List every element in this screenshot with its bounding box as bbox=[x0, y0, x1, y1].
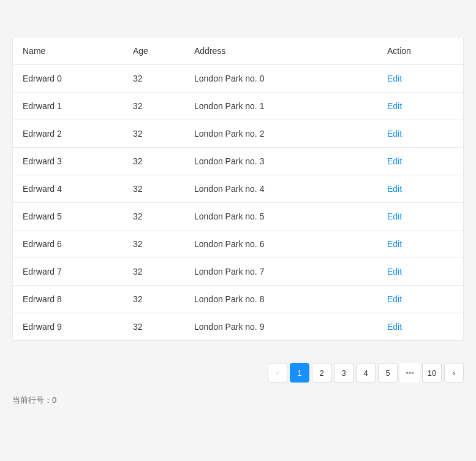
cell-name-6: Edrward 6 bbox=[13, 230, 123, 258]
edit-link-0[interactable]: Edit bbox=[387, 74, 402, 83]
cell-action-5: Edit bbox=[377, 203, 463, 230]
cell-action-8: Edit bbox=[377, 286, 463, 313]
col-header-action: Action bbox=[377, 37, 463, 65]
pagination-page-3-button[interactable]: 3 bbox=[334, 363, 353, 383]
cell-name-8: Edrward 8 bbox=[13, 286, 123, 313]
cell-action-9: Edit bbox=[377, 313, 463, 341]
table-row: Edrward 032London Park no. 0Edit bbox=[13, 65, 463, 93]
cell-address-2: London Park no. 2 bbox=[184, 120, 377, 148]
edit-link-7[interactable]: Edit bbox=[387, 267, 402, 276]
col-header-age: Age bbox=[123, 37, 184, 65]
cell-address-0: London Park no. 0 bbox=[184, 65, 377, 93]
cell-age-6: 32 bbox=[123, 230, 184, 258]
pagination-page-10-button[interactable]: 10 bbox=[422, 363, 442, 383]
edit-link-9[interactable]: Edit bbox=[387, 322, 402, 332]
cell-name-9: Edrward 9 bbox=[13, 313, 123, 341]
cell-address-3: London Park no. 3 bbox=[184, 148, 377, 175]
col-header-address: Address bbox=[184, 37, 377, 65]
cell-action-1: Edit bbox=[377, 93, 463, 120]
cell-name-3: Edrward 3 bbox=[13, 148, 123, 175]
edit-link-6[interactable]: Edit bbox=[387, 239, 402, 249]
table-row: Edrward 432London Park no. 4Edit bbox=[13, 175, 463, 203]
pagination-page-5-button[interactable]: 5 bbox=[378, 363, 398, 383]
cell-address-4: London Park no. 4 bbox=[184, 175, 377, 203]
cell-name-2: Edrward 2 bbox=[13, 120, 123, 148]
pagination: ‹ 1 2 3 4 5 ••• 10 › bbox=[12, 353, 464, 392]
cell-action-6: Edit bbox=[377, 230, 463, 258]
table-row: Edrward 932London Park no. 9Edit bbox=[13, 313, 463, 341]
cell-action-3: Edit bbox=[377, 148, 463, 175]
cell-age-2: 32 bbox=[123, 120, 184, 148]
pagination-page-4-button[interactable]: 4 bbox=[356, 363, 376, 383]
table-row: Edrward 132London Park no. 1Edit bbox=[13, 93, 463, 120]
cell-age-9: 32 bbox=[123, 313, 184, 341]
cell-name-5: Edrward 5 bbox=[13, 203, 123, 230]
cell-age-3: 32 bbox=[123, 148, 184, 175]
edit-link-8[interactable]: Edit bbox=[387, 294, 402, 304]
pagination-next-button[interactable]: › bbox=[444, 363, 464, 383]
pagination-prev-button[interactable]: ‹ bbox=[268, 363, 287, 383]
data-table: Name Age Address Action Edrward 032Londo… bbox=[13, 37, 463, 340]
edit-link-2[interactable]: Edit bbox=[387, 129, 402, 139]
table-row: Edrward 732London Park no. 7Edit bbox=[13, 258, 463, 286]
cell-age-1: 32 bbox=[123, 93, 184, 120]
edit-link-4[interactable]: Edit bbox=[387, 184, 402, 194]
cell-age-7: 32 bbox=[123, 258, 184, 286]
pagination-page-1-button[interactable]: 1 bbox=[290, 363, 309, 383]
page-container: Name Age Address Action Edrward 032Londo… bbox=[12, 12, 464, 418]
cell-age-8: 32 bbox=[123, 286, 184, 313]
pagination-dots: ••• bbox=[400, 363, 420, 383]
table-header-row: Name Age Address Action bbox=[13, 37, 463, 65]
cell-age-0: 32 bbox=[123, 65, 184, 93]
edit-link-3[interactable]: Edit bbox=[387, 156, 402, 166]
cell-address-6: London Park no. 6 bbox=[184, 230, 377, 258]
cell-address-9: London Park no. 9 bbox=[184, 313, 377, 341]
cell-address-7: London Park no. 7 bbox=[184, 258, 377, 286]
cell-action-2: Edit bbox=[377, 120, 463, 148]
cell-address-1: London Park no. 1 bbox=[184, 93, 377, 120]
edit-link-1[interactable]: Edit bbox=[387, 101, 402, 111]
cell-action-7: Edit bbox=[377, 258, 463, 286]
cell-name-0: Edrward 0 bbox=[13, 65, 123, 93]
cell-age-4: 32 bbox=[123, 175, 184, 203]
cell-name-1: Edrward 1 bbox=[13, 93, 123, 120]
cell-address-8: London Park no. 8 bbox=[184, 286, 377, 313]
col-header-name: Name bbox=[13, 37, 123, 65]
cell-name-4: Edrward 4 bbox=[13, 175, 123, 203]
table-row: Edrward 632London Park no. 6Edit bbox=[13, 230, 463, 258]
cell-name-7: Edrward 7 bbox=[13, 258, 123, 286]
table-row: Edrward 832London Park no. 8Edit bbox=[13, 286, 463, 313]
edit-link-5[interactable]: Edit bbox=[387, 211, 402, 221]
cell-age-5: 32 bbox=[123, 203, 184, 230]
cell-address-5: London Park no. 5 bbox=[184, 203, 377, 230]
table-row: Edrward 232London Park no. 2Edit bbox=[13, 120, 463, 148]
table-row: Edrward 532London Park no. 5Edit bbox=[13, 203, 463, 230]
cell-action-0: Edit bbox=[377, 65, 463, 93]
pagination-page-2-button[interactable]: 2 bbox=[312, 363, 331, 383]
table-row: Edrward 332London Park no. 3Edit bbox=[13, 148, 463, 175]
data-table-wrapper: Name Age Address Action Edrward 032Londo… bbox=[12, 37, 464, 341]
footer-text: 当前行号：0 bbox=[12, 395, 464, 406]
cell-action-4: Edit bbox=[377, 175, 463, 203]
